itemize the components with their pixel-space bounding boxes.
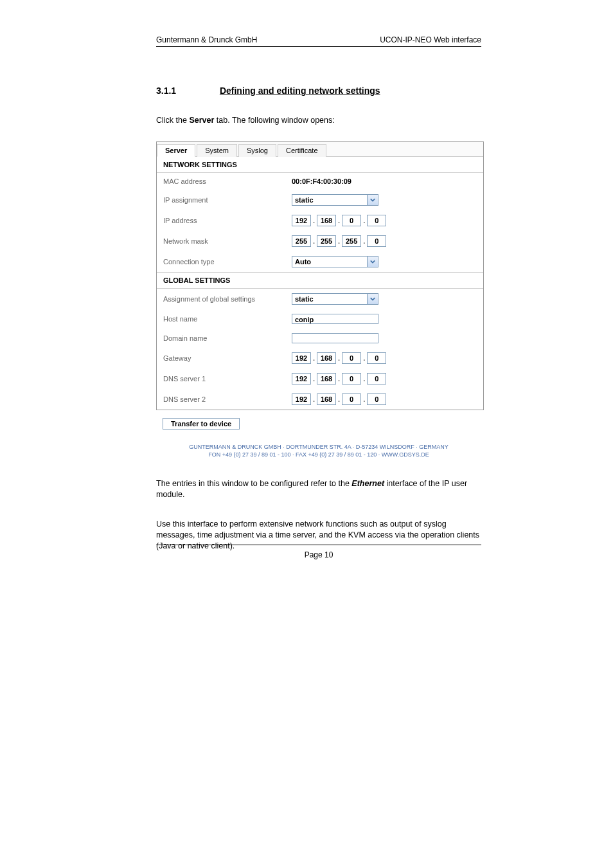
- page-header: Guntermann & Drunck GmbH UCON-IP-NEO Web…: [156, 35, 481, 47]
- row-mac: MAC address 00:0F:F4:00:30:09: [157, 173, 483, 190]
- row-netmask: Network mask 255. 255. 255. 0: [157, 231, 483, 251]
- tab-certificate[interactable]: Certificate: [278, 144, 326, 157]
- intro-text: Click the Server tab. The following wind…: [156, 115, 481, 125]
- ipaddr-oct1[interactable]: 192: [292, 215, 311, 226]
- mac-value: 00:0F:F4:00:30:09: [292, 177, 477, 185]
- conn-select[interactable]: Auto: [292, 256, 378, 267]
- tabs: Server System Syslog Certificate: [157, 142, 483, 157]
- host-label: Host name: [163, 315, 292, 323]
- header-right: UCON-IP-NEO Web interface: [380, 35, 481, 44]
- dns1-label: DNS server 1: [163, 375, 292, 383]
- gateway-oct2[interactable]: 168: [317, 352, 336, 364]
- chevron-down-icon: [367, 195, 378, 205]
- row-domain: Domain name: [157, 329, 483, 348]
- row-global-assign: Assignment of global settings static: [157, 289, 483, 309]
- header-left: Guntermann & Drunck GmbH: [156, 35, 257, 44]
- page-footer: Page 10: [156, 545, 481, 559]
- company-footer: GUNTERMANN & DRUNCK GMBH · DORTMUNDER ST…: [156, 444, 481, 458]
- tab-syslog[interactable]: Syslog: [238, 144, 276, 157]
- section-heading: 3.1.1 Defining and editing network setti…: [156, 86, 481, 96]
- dns1-oct4[interactable]: 0: [367, 373, 386, 384]
- row-dns1: DNS server 1 192. 168. 0. 0: [157, 368, 483, 389]
- gassign-select[interactable]: static: [292, 293, 378, 305]
- dns1-oct1[interactable]: 192: [292, 373, 311, 384]
- group-global-title: GLOBAL SETTINGS: [157, 272, 483, 289]
- paragraph-1: The entries in this window to be configu…: [156, 478, 481, 500]
- ipaddr-oct4[interactable]: 0: [367, 215, 386, 226]
- dns2-oct3[interactable]: 0: [342, 393, 361, 405]
- row-hostname: Host name conip: [157, 309, 483, 329]
- ipaddr-oct2[interactable]: 168: [317, 215, 336, 226]
- dns1-oct2[interactable]: 168: [317, 373, 336, 384]
- row-gateway: Gateway 192. 168. 0. 0: [157, 348, 483, 368]
- chevron-down-icon: [367, 257, 378, 267]
- section-title-text: Defining and editing network settings: [220, 86, 380, 96]
- group-network-title: NETWORK SETTINGS: [157, 157, 483, 173]
- row-connection-type: Connection type Auto: [157, 251, 483, 272]
- domain-label: Domain name: [163, 334, 292, 342]
- netmask-oct4[interactable]: 0: [367, 235, 386, 247]
- mac-label: MAC address: [163, 177, 292, 185]
- netmask-oct3[interactable]: 255: [342, 235, 361, 247]
- row-ip-address: IP address 192. 168. 0. 0: [157, 210, 483, 231]
- gateway-oct1[interactable]: 192: [292, 352, 311, 364]
- screenshot-panel: Server System Syslog Certificate NETWORK…: [156, 141, 484, 410]
- dns2-label: DNS server 2: [163, 395, 292, 403]
- domain-input[interactable]: [292, 333, 378, 343]
- netmask-oct2[interactable]: 255: [317, 235, 336, 247]
- section-number: 3.1.1: [156, 86, 217, 96]
- netmask-label: Network mask: [163, 237, 292, 245]
- dns1-oct3[interactable]: 0: [342, 373, 361, 384]
- gassign-label: Assignment of global settings: [163, 295, 292, 303]
- transfer-row: Transfer to device: [156, 410, 481, 429]
- company-link[interactable]: WWW.GDSYS.DE: [382, 451, 429, 458]
- dns2-oct2[interactable]: 168: [317, 393, 336, 405]
- dns2-oct4[interactable]: 0: [367, 393, 386, 405]
- ipassign-select[interactable]: static: [292, 194, 378, 206]
- transfer-button[interactable]: Transfer to device: [163, 418, 240, 429]
- tab-server[interactable]: Server: [157, 144, 195, 157]
- conn-label: Connection type: [163, 258, 292, 266]
- dns2-oct1[interactable]: 192: [292, 393, 311, 405]
- ipaddr-oct3[interactable]: 0: [342, 215, 361, 226]
- gateway-oct3[interactable]: 0: [342, 352, 361, 364]
- chevron-down-icon: [367, 294, 378, 304]
- tab-system[interactable]: System: [197, 144, 237, 157]
- ipassign-label: IP assignment: [163, 196, 292, 204]
- host-input[interactable]: conip: [292, 314, 378, 324]
- gateway-oct4[interactable]: 0: [367, 352, 386, 364]
- ipaddr-label: IP address: [163, 217, 292, 224]
- row-ip-assignment: IP assignment static: [157, 190, 483, 210]
- netmask-oct1[interactable]: 255: [292, 235, 311, 247]
- row-dns2: DNS server 2 192. 168. 0. 0: [157, 389, 483, 410]
- gateway-label: Gateway: [163, 354, 292, 362]
